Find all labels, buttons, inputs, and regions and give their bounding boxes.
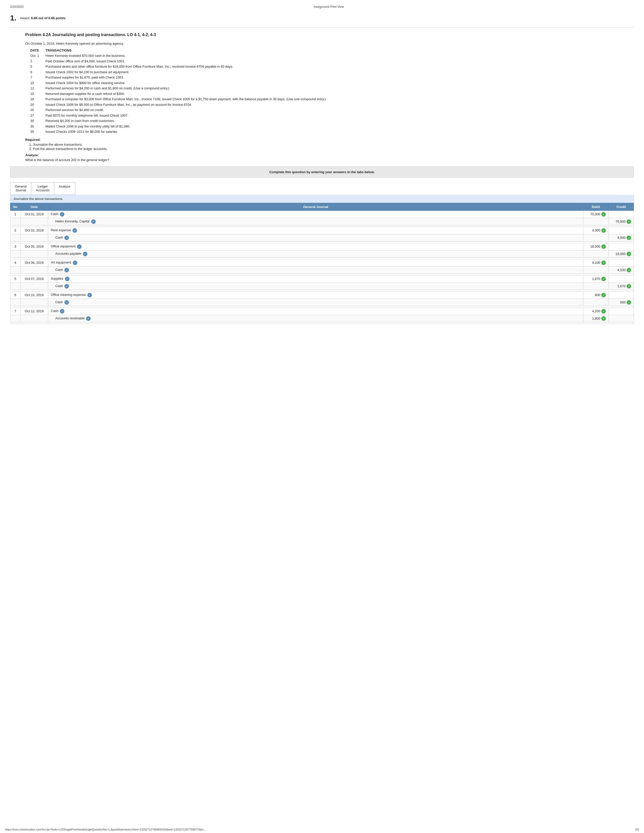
row-number (10, 234, 21, 241)
tab-general-journal[interactable]: GeneralJournal (10, 182, 31, 195)
trans-desc: Performed services for $4,200 in cash an… (45, 86, 624, 91)
row-credit (609, 227, 634, 234)
credit-value: 70,000 ✓ (611, 219, 631, 224)
row-debit (583, 266, 609, 273)
problem-title: Problem 4.2A Journalizing and posting tr… (25, 32, 634, 37)
tabs-container: GeneralJournal LedgerAccounts Analyze (10, 182, 75, 195)
debit-value: 800 ✓ (586, 293, 606, 298)
row-debit: 70,000 ✓ (583, 211, 609, 218)
row-date: Oct 07, 2019 (21, 275, 48, 283)
check-blue-icon: ✓ (73, 261, 77, 265)
table-row: 4Oct 06, 2019Art equipment✓4,100 ✓ (10, 259, 634, 266)
transaction-row: 20Issued Check 1006 for $9,500 to Office… (30, 102, 624, 107)
transaction-row: 10Issued Check 1004 for $800 for office … (30, 80, 624, 85)
debit-value: 4,200 ✓ (586, 309, 606, 314)
spacer-row (10, 322, 634, 323)
transactions-list: Oct. 1Helen Kennedy invested $70,000 cas… (30, 53, 624, 134)
check-blue-icon: ✓ (72, 228, 77, 233)
trans-date: 10 (30, 80, 45, 85)
check-green-icon: ✓ (601, 293, 606, 298)
row-account: Rent expense✓ (48, 227, 583, 234)
trans-desc: Purchased a computer for $3,000 from Off… (45, 96, 624, 102)
check-blue-icon: ✓ (86, 316, 91, 321)
divider (10, 27, 634, 27)
row-number: 4 (10, 259, 21, 266)
trans-date: 2 (30, 59, 45, 64)
table-row: 5Oct 07, 2019Supplies✓1,670 ✓ (10, 275, 634, 283)
row-date (21, 218, 48, 225)
award-section: 1. Award: 6.66 out of 6.66 points (10, 14, 634, 22)
row-debit: 4,100 ✓ (583, 259, 609, 266)
credit-value: 800 ✓ (611, 300, 631, 305)
table-row: 7Oct 12, 2019Cash✓4,200 ✓ (10, 307, 634, 315)
transaction-row: Oct. 1Helen Kennedy invested $70,000 cas… (30, 53, 624, 58)
row-number (10, 283, 21, 290)
transaction-row: 30Issued Checks 1009–1011 for $9,000 for… (30, 129, 624, 134)
check-blue-icon: ✓ (91, 219, 96, 224)
table-row: Accounts receivable✓1,800 ✓ (10, 315, 634, 322)
row-credit: 4,000 ✓ (609, 234, 634, 241)
trans-date: 5 (30, 64, 45, 69)
tab-analyze[interactable]: Analyze (54, 182, 75, 195)
trans-date: 30 (30, 129, 45, 134)
row-account: Cash✓ (48, 283, 583, 290)
debit-value: 1,800 ✓ (586, 316, 606, 321)
header-title: Assignment Print View (314, 5, 344, 9)
credit-value: 4,100 ✓ (611, 268, 631, 272)
row-account: Cash✓ (48, 299, 583, 306)
trans-date: Oct. 1 (30, 53, 45, 58)
row-number: 7 (10, 307, 21, 315)
row-account: Art equipment✓ (48, 259, 583, 266)
row-debit (583, 283, 609, 290)
row-debit: 18,000 ✓ (583, 243, 609, 250)
row-number (10, 250, 21, 257)
check-green-icon: ✓ (626, 252, 631, 256)
trans-date: 30 (30, 118, 45, 124)
row-debit: 4,200 ✓ (583, 307, 609, 315)
transaction-row: 6Issued Check 1002 for $4,100 to purchas… (30, 70, 624, 75)
required-label: Required: (25, 138, 624, 142)
transaction-row: 5Purchased desks and other office furnit… (30, 64, 624, 69)
check-blue-icon: ✓ (64, 268, 69, 272)
row-credit: 1,670 ✓ (609, 283, 634, 290)
row-debit: 4,000 ✓ (583, 227, 609, 234)
page-header: 2/20/2020 Assignment Print View (10, 5, 634, 9)
check-green-icon: ✓ (601, 228, 606, 233)
check-green-icon: ✓ (601, 212, 606, 217)
tab-ledger-accounts[interactable]: LedgerAccounts (31, 182, 54, 195)
row-account: Office cleaning expense✓ (48, 291, 583, 299)
transaction-row: 27Paid $375 for monthly telephone bill; … (30, 113, 624, 118)
row-date (21, 250, 48, 257)
row-date: Oct 10, 2019 (21, 291, 48, 299)
row-date (21, 315, 48, 322)
row-number: 5 (10, 275, 21, 283)
row-debit (583, 250, 609, 257)
table-row: 2Oct 02, 2019Rent expense✓4,000 ✓ (10, 227, 634, 234)
row-number (10, 299, 21, 306)
check-blue-icon: ✓ (65, 277, 69, 281)
check-blue-icon: ✓ (60, 309, 64, 314)
row-account: Cash✓ (48, 307, 583, 315)
row-credit (609, 291, 634, 299)
row-credit (609, 275, 634, 283)
transactions-header: DATE TRANSACTIONS (30, 48, 624, 52)
check-green-icon: ✓ (601, 261, 606, 265)
trans-desc: Issued Checks 1009–1011 for $9,000 for s… (45, 129, 624, 134)
table-row: Cash✓4,000 ✓ (10, 234, 634, 241)
table-row: 6Oct 10, 2019Office cleaning expense✓800… (10, 291, 634, 299)
row-credit (609, 307, 634, 315)
row-number (10, 315, 21, 322)
check-blue-icon: ✓ (64, 235, 69, 240)
row-account: Cash✓ (48, 234, 583, 241)
trans-desc: Paid October office rent of $4,000; issu… (45, 59, 624, 64)
transaction-row: 12Performed services for $4,200 in cash … (30, 86, 624, 91)
check-green-icon: ✓ (626, 300, 631, 305)
trans-date: 26 (30, 108, 45, 113)
row-date: Oct 05, 2019 (21, 243, 48, 250)
check-green-icon: ✓ (601, 277, 606, 281)
credit-value: 18,000 ✓ (611, 252, 631, 256)
trans-desc: Issued Check 1004 for $800 for office cl… (45, 80, 624, 85)
row-date: Oct 02, 2019 (21, 227, 48, 234)
trans-date: 30 (30, 124, 45, 129)
table-row: Cash✓800 ✓ (10, 299, 634, 306)
